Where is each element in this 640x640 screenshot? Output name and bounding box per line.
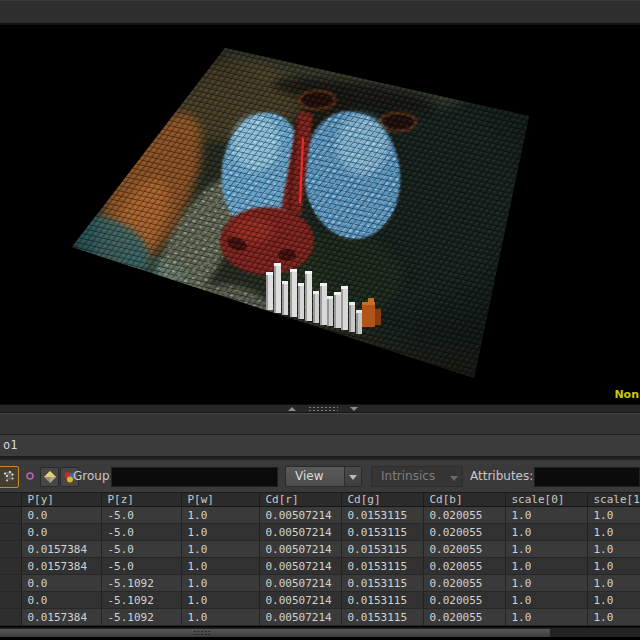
cell[interactable]: 0.0157384 xyxy=(21,541,101,558)
vertex-dot-icon xyxy=(23,470,37,484)
cell[interactable]: 0.0153115 xyxy=(341,575,423,592)
cell[interactable]: 0.00507214 xyxy=(259,507,341,524)
points-mode-button[interactable] xyxy=(0,466,19,488)
cell[interactable]: 0.020055 xyxy=(423,609,505,626)
row-index-cell xyxy=(0,524,21,541)
cell[interactable]: 1.0 xyxy=(587,541,640,558)
scrollbar-thumb[interactable] xyxy=(0,629,550,637)
cell[interactable]: 0.0 xyxy=(21,592,101,609)
cell[interactable]: 1.0 xyxy=(587,524,640,541)
view-dropdown-arrow-box[interactable] xyxy=(344,467,361,486)
column-header[interactable]: Cd[r] xyxy=(259,493,341,507)
cell[interactable]: -5.0 xyxy=(101,541,181,558)
table-row[interactable]: 0.0-5.01.00.005072140.01531150.0200551.0… xyxy=(0,524,640,541)
table-row[interactable]: 0.0157384-5.01.00.005072140.01531150.020… xyxy=(0,558,640,575)
cell[interactable]: 1.0 xyxy=(181,524,259,541)
cell[interactable]: -5.1092 xyxy=(101,592,181,609)
column-header[interactable]: scale[1] xyxy=(587,493,640,507)
cell[interactable]: -5.0 xyxy=(101,558,181,575)
3d-viewport[interactable]: Non xyxy=(0,25,640,404)
cell[interactable]: 0.00507214 xyxy=(259,575,341,592)
cell[interactable]: 0.0153115 xyxy=(341,558,423,575)
cell[interactable]: 0.0153115 xyxy=(341,541,423,558)
cell[interactable]: 1.0 xyxy=(587,609,640,626)
cell[interactable]: 1.0 xyxy=(505,609,587,626)
houdini-window: Non o1 xyxy=(0,0,640,640)
cell[interactable]: 0.0153115 xyxy=(341,524,423,541)
group-input[interactable] xyxy=(111,467,278,487)
cell[interactable]: 1.0 xyxy=(181,592,259,609)
table-row[interactable]: 0.0-5.10921.00.005072140.01531150.020055… xyxy=(0,575,640,592)
cell[interactable]: 1.0 xyxy=(505,507,587,524)
cell[interactable]: 0.0153115 xyxy=(341,609,423,626)
spreadsheet-body: 0.0-5.01.00.005072140.01531150.0200551.0… xyxy=(0,507,640,626)
cell[interactable]: 0.0157384 xyxy=(21,558,101,575)
cell[interactable]: 1.0 xyxy=(181,575,259,592)
cell[interactable]: 0.020055 xyxy=(423,524,505,541)
table-row[interactable]: 0.0157384-5.10921.00.005072140.01531150.… xyxy=(0,609,640,626)
splitter-handle[interactable] xyxy=(284,405,364,412)
column-header[interactable]: P[z] xyxy=(101,493,181,507)
cell[interactable]: 0.00507214 xyxy=(259,541,341,558)
collapse-up-icon[interactable] xyxy=(288,407,296,411)
cell[interactable]: 0.0153115 xyxy=(341,507,423,524)
cell[interactable]: 0.00507214 xyxy=(259,609,341,626)
attributes-input[interactable] xyxy=(534,467,640,487)
index-column-header xyxy=(0,493,21,507)
cell[interactable]: 1.0 xyxy=(505,592,587,609)
cell[interactable]: 0.0 xyxy=(21,507,101,524)
cell[interactable]: 1.0 xyxy=(181,558,259,575)
column-header[interactable]: scale[0] xyxy=(505,493,587,507)
cell[interactable]: 1.0 xyxy=(505,575,587,592)
view-dropdown-button[interactable]: View xyxy=(285,466,362,487)
cell[interactable]: 0.020055 xyxy=(423,507,505,524)
cell[interactable]: 0.00507214 xyxy=(259,524,341,541)
row-index-cell xyxy=(0,507,21,524)
column-header[interactable]: Cd[g] xyxy=(341,493,423,507)
intrinsics-dropdown-button[interactable]: Intrinsics xyxy=(371,466,463,487)
cell[interactable]: 0.020055 xyxy=(423,541,505,558)
cell[interactable]: 0.020055 xyxy=(423,558,505,575)
viewport-top-bar xyxy=(0,0,640,25)
table-row[interactable]: 0.0157384-5.01.00.005072140.01531150.020… xyxy=(0,541,640,558)
cell[interactable]: 1.0 xyxy=(505,558,587,575)
cell[interactable]: 0.020055 xyxy=(423,575,505,592)
cell[interactable]: -5.1092 xyxy=(101,575,181,592)
horizontal-scrollbar[interactable] xyxy=(0,627,640,637)
vertices-mode-button[interactable] xyxy=(23,470,37,484)
cell[interactable]: 0.0157384 xyxy=(21,609,101,626)
chevron-down-icon xyxy=(349,475,357,480)
cell[interactable]: 1.0 xyxy=(587,592,640,609)
cell[interactable]: 1.0 xyxy=(505,524,587,541)
pane-splitter[interactable] xyxy=(0,404,640,413)
cell[interactable]: 0.0 xyxy=(21,575,101,592)
cell[interactable]: -5.0 xyxy=(101,524,181,541)
cell[interactable]: -5.0 xyxy=(101,507,181,524)
table-row[interactable]: 0.0-5.10921.00.005072140.01531150.020055… xyxy=(0,592,640,609)
cell[interactable]: 0.00507214 xyxy=(259,558,341,575)
view-dropdown-label: View xyxy=(295,469,323,483)
cell[interactable]: 1.0 xyxy=(587,507,640,524)
cell[interactable]: 0.00507214 xyxy=(259,592,341,609)
mandrill-voxel-render xyxy=(0,25,640,404)
node-path-bar: o1 xyxy=(0,435,640,458)
collapse-down-icon[interactable] xyxy=(350,407,358,411)
cell[interactable]: 0.0 xyxy=(21,524,101,541)
drag-grip-icon[interactable] xyxy=(308,406,338,412)
table-row[interactable]: 0.0-5.01.00.005072140.01531150.0200551.0… xyxy=(0,507,640,524)
primitives-mode-button[interactable] xyxy=(40,467,59,487)
cell[interactable]: 1.0 xyxy=(181,507,259,524)
cell[interactable]: 1.0 xyxy=(587,575,640,592)
column-header[interactable]: Cd[b] xyxy=(423,493,505,507)
cell[interactable]: 1.0 xyxy=(181,541,259,558)
column-header[interactable]: P[y] xyxy=(21,493,101,507)
cell[interactable]: 0.020055 xyxy=(423,592,505,609)
cell[interactable]: 0.0153115 xyxy=(341,592,423,609)
cell[interactable]: 1.0 xyxy=(505,541,587,558)
cell[interactable]: 1.0 xyxy=(587,558,640,575)
cell[interactable]: -5.1092 xyxy=(101,609,181,626)
group-label: Group: xyxy=(73,469,114,483)
cell[interactable]: 1.0 xyxy=(181,609,259,626)
column-header[interactable]: P[w] xyxy=(181,493,259,507)
scrollbar-grip-icon xyxy=(193,630,211,636)
